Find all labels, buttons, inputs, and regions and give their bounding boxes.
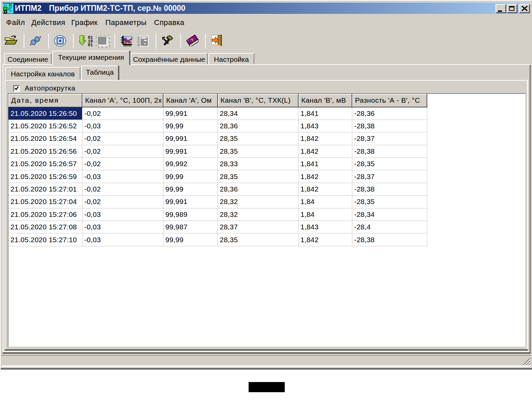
- svg-text:01: 01: [88, 43, 93, 47]
